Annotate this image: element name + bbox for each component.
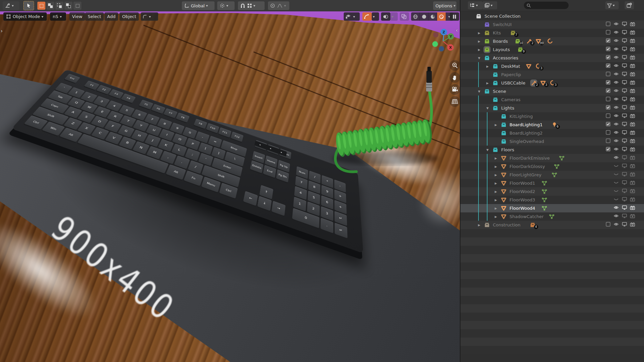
disable-viewport-icon[interactable]: [622, 121, 628, 128]
row-label[interactable]: BoardLighting1: [510, 122, 543, 127]
disable-viewport-icon[interactable]: [622, 171, 628, 178]
collection-icon[interactable]: [484, 88, 490, 94]
expander-icon[interactable]: ▼: [485, 148, 490, 152]
expander-icon[interactable]: ▶: [485, 65, 490, 68]
outliner-row-cameras[interactable]: Cameras: [460, 96, 644, 104]
disable-render-icon[interactable]: [630, 121, 636, 128]
row-label[interactable]: Layouts: [493, 47, 510, 52]
shading-solid-button[interactable]: [420, 12, 428, 21]
expander-icon[interactable]: ▶: [485, 81, 490, 85]
exclude-checkbox[interactable]: [605, 63, 612, 69]
disable-render-icon[interactable]: [630, 155, 636, 161]
row-label[interactable]: SwitchUI: [493, 22, 512, 27]
disable-render-icon[interactable]: [630, 54, 636, 61]
collection-icon[interactable]: [484, 222, 490, 228]
mesh-icon[interactable]: [501, 205, 507, 211]
hide-eye-icon[interactable]: [613, 196, 620, 203]
disable-viewport-icon[interactable]: [622, 180, 628, 186]
row-label[interactable]: FloorWood3: [510, 197, 535, 202]
exclude-checkbox[interactable]: [605, 121, 612, 128]
disable-render-icon[interactable]: [630, 196, 636, 203]
disable-render-icon[interactable]: [630, 29, 636, 36]
row-label[interactable]: Construction: [493, 222, 521, 227]
gizmo-neg-y-ball[interactable]: [432, 41, 438, 47]
disable-render-icon[interactable]: [630, 46, 636, 53]
disable-render-icon[interactable]: [630, 105, 636, 111]
pan-tool-button[interactable]: [449, 72, 460, 83]
disable-viewport-icon[interactable]: [622, 54, 628, 61]
shading-wireframe-button[interactable]: [411, 12, 420, 21]
editor-type-selector[interactable]: ▾: [3, 1, 19, 10]
mesh-icon[interactable]: [501, 164, 507, 169]
select-mode-invert[interactable]: [64, 2, 72, 10]
row-label[interactable]: FloorWood4: [510, 206, 535, 211]
hide-eye-icon[interactable]: [613, 188, 620, 195]
outliner-display-mode-dropdown[interactable]: ▾: [482, 1, 497, 9]
disable-viewport-icon[interactable]: [622, 71, 628, 78]
ns-dropdown[interactable]: nS ▾: [50, 12, 66, 21]
exclude-checkbox[interactable]: [605, 113, 612, 120]
disable-render-icon[interactable]: [630, 130, 636, 136]
exclude-checkbox[interactable]: [605, 146, 612, 153]
outliner-row-floordarkemissive[interactable]: ▶FloorDarkEmissive: [460, 154, 644, 162]
disable-render-icon[interactable]: [630, 63, 636, 69]
outliner-row-switchui[interactable]: SwitchUI: [460, 20, 644, 29]
expander-icon[interactable]: ▶: [477, 48, 481, 51]
select-mode-extend[interactable]: [46, 2, 54, 10]
hide-eye-icon[interactable]: [613, 121, 620, 128]
tool-extra-dropdown[interactable]: ▾: [141, 12, 158, 21]
disable-viewport-icon[interactable]: [622, 130, 628, 136]
expander-icon[interactable]: ▶: [494, 190, 498, 193]
menu-object[interactable]: Object: [119, 12, 139, 21]
disable-render-icon[interactable]: [630, 163, 636, 170]
exclude-checkbox[interactable]: [605, 38, 612, 44]
row-label[interactable]: FloorWood2: [510, 189, 535, 194]
row-label[interactable]: Paperclip: [501, 72, 521, 77]
outliner-row-floors[interactable]: ▼Floors: [460, 146, 644, 154]
snapping-group[interactable]: ▾: [238, 1, 265, 10]
disable-viewport-icon[interactable]: [622, 155, 628, 161]
expander-icon[interactable]: ▶: [494, 207, 498, 210]
disable-render-icon[interactable]: [630, 180, 636, 186]
disable-render-icon[interactable]: [630, 113, 636, 120]
row-label[interactable]: ShadowCatcher: [510, 214, 544, 219]
disable-viewport-icon[interactable]: [622, 96, 628, 103]
select-mode-intersect[interactable]: [73, 2, 81, 10]
collection-icon[interactable]: [501, 139, 507, 144]
outliner-row-floordarkglossy[interactable]: ▶FloorDarkGlossy: [460, 162, 644, 171]
outliner-row-layouts[interactable]: ▶Layouts9: [460, 45, 644, 54]
expander-icon[interactable]: ▶: [477, 40, 481, 43]
disable-viewport-icon[interactable]: [622, 46, 628, 53]
outliner-row-kitlighting[interactable]: KitLighting: [460, 112, 644, 121]
exclude-checkbox[interactable]: [605, 130, 612, 136]
exclude-checkbox[interactable]: [605, 29, 612, 36]
expander-icon[interactable]: ▶: [494, 215, 498, 218]
hide-eye-icon[interactable]: [613, 221, 620, 228]
expander-icon[interactable]: ▶: [494, 182, 498, 185]
transform-orientation-dropdown[interactable]: Global ▾: [182, 1, 215, 10]
outliner-row-floorwood2[interactable]: ▶FloorWood2: [460, 187, 644, 196]
select-box-tool-button[interactable]: [23, 1, 34, 10]
hide-eye-icon[interactable]: [613, 63, 620, 69]
exclude-checkbox[interactable]: [605, 88, 612, 95]
row-label[interactable]: FloorLightGrey: [510, 172, 542, 177]
collection-icon[interactable]: [493, 72, 498, 77]
outliner-row-boardlighting2[interactable]: BoardLighting2: [460, 129, 644, 137]
hide-eye-icon[interactable]: [613, 96, 620, 103]
shading-material-button[interactable]: [428, 12, 437, 21]
disable-viewport-icon[interactable]: [622, 21, 628, 28]
collection-icon[interactable]: [484, 47, 490, 52]
expander-icon[interactable]: ▶: [494, 198, 498, 202]
row-label[interactable]: FloorWood1: [510, 181, 535, 186]
collection-icon[interactable]: [493, 80, 498, 86]
mesh-icon[interactable]: [501, 155, 507, 161]
collection-icon[interactable]: [493, 105, 498, 111]
disable-render-icon[interactable]: [630, 146, 636, 153]
mode-dropdown[interactable]: Object Mode ▾: [3, 12, 47, 21]
exclude-checkbox[interactable]: [605, 46, 612, 53]
row-label[interactable]: SingleOverhead: [510, 139, 544, 144]
outliner-row-floorwood1[interactable]: ▶FloorWood1: [460, 179, 644, 187]
hide-eye-icon[interactable]: [613, 155, 620, 161]
collection-icon[interactable]: [493, 63, 498, 69]
exclude-checkbox[interactable]: [605, 71, 612, 78]
